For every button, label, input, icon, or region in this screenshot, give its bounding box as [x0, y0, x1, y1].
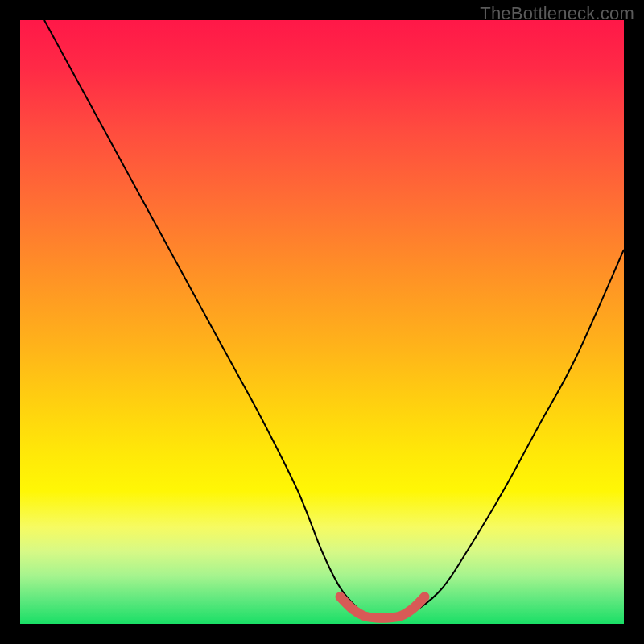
curve-svg — [20, 20, 624, 624]
chart-frame: TheBottleneck.com — [0, 0, 644, 644]
bottleneck-curve — [44, 20, 624, 618]
plot-area — [20, 20, 624, 624]
tolerance-band — [341, 597, 425, 618]
watermark-text: TheBottleneck.com — [480, 3, 634, 24]
